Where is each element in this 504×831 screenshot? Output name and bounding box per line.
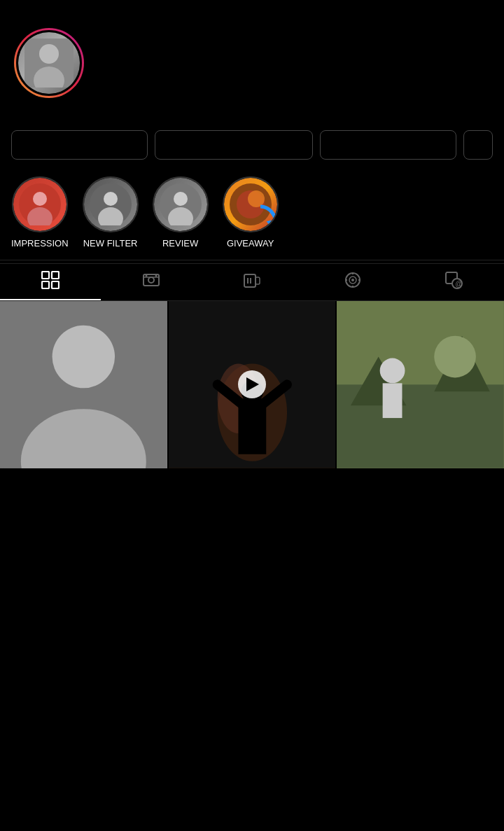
tagged-icon: @ xyxy=(444,271,463,293)
svg-point-31 xyxy=(351,279,354,281)
svg-point-14 xyxy=(248,190,265,207)
tab-reels[interactable] xyxy=(101,264,202,300)
tab-bar: @ xyxy=(0,263,504,301)
svg-point-7 xyxy=(104,192,118,206)
highlight-label-impression: IMPRESSION xyxy=(11,238,69,249)
svg-point-40 xyxy=(52,326,115,388)
highlight-thumb-review xyxy=(154,178,207,231)
highlight-ring-giveaway xyxy=(223,176,279,232)
grid-cell-3[interactable] xyxy=(337,301,504,468)
avatar-ring xyxy=(14,28,84,98)
profile-header xyxy=(0,21,504,109)
svg-rect-19 xyxy=(52,281,59,288)
grid-cell-2[interactable] xyxy=(169,301,336,468)
tab-effects[interactable] xyxy=(302,264,403,300)
avatar xyxy=(18,32,80,94)
highlight-label-review: REVIEW xyxy=(162,238,198,249)
highlight-ring-new-filter xyxy=(83,176,139,232)
svg-point-24 xyxy=(155,275,158,277)
message-button[interactable] xyxy=(155,130,314,160)
grid-preview xyxy=(0,301,504,468)
avatar-inner xyxy=(16,30,82,96)
svg-rect-55 xyxy=(383,383,402,418)
svg-point-21 xyxy=(148,277,154,283)
action-buttons xyxy=(0,125,504,171)
svg-point-4 xyxy=(33,192,47,206)
highlight-thumb-giveaway xyxy=(224,178,277,231)
follow-button[interactable] xyxy=(11,130,148,160)
tab-grid[interactable] xyxy=(0,264,101,300)
highlight-thumb-impression xyxy=(13,178,66,231)
email-button[interactable] xyxy=(320,130,456,160)
divider xyxy=(0,260,504,260)
grid-icon xyxy=(41,271,59,293)
tab-igtv[interactable] xyxy=(202,264,302,300)
reels-icon xyxy=(142,271,160,293)
svg-rect-16 xyxy=(42,272,49,279)
svg-text:@: @ xyxy=(456,280,463,288)
top-bar xyxy=(0,0,504,21)
bio-section xyxy=(0,109,504,125)
highlight-ring-review xyxy=(153,176,209,232)
stats-container xyxy=(95,62,490,64)
svg-point-1 xyxy=(39,44,59,64)
avatar-wrapper[interactable] xyxy=(14,28,84,98)
highlight-label-giveaway: GIVEAWAY xyxy=(227,238,274,249)
grid-cell-1[interactable] xyxy=(0,301,167,468)
highlight-thumb-new-filter xyxy=(84,178,137,231)
svg-rect-18 xyxy=(42,281,49,288)
svg-point-53 xyxy=(435,336,477,378)
more-button[interactable] xyxy=(463,130,493,160)
svg-rect-17 xyxy=(52,272,59,279)
highlight-impression[interactable]: IMPRESSION xyxy=(11,176,69,249)
highlight-ring-impression xyxy=(12,176,68,232)
svg-point-54 xyxy=(380,358,405,384)
highlight-giveaway[interactable]: GIVEAWAY xyxy=(223,176,279,249)
highlight-label-new-filter: NEW FILTER xyxy=(83,238,138,249)
effects-icon xyxy=(344,271,362,293)
tab-tagged[interactable]: @ xyxy=(403,264,504,300)
highlights-section: IMPRESSION NEW FILTER REVIEW xyxy=(0,171,504,260)
svg-point-23 xyxy=(146,275,148,277)
highlight-new-filter[interactable]: NEW FILTER xyxy=(83,176,139,249)
svg-point-10 xyxy=(174,192,188,206)
igtv-icon xyxy=(243,271,261,293)
highlight-review[interactable]: REVIEW xyxy=(153,176,209,249)
scene-silhouette xyxy=(169,301,336,468)
